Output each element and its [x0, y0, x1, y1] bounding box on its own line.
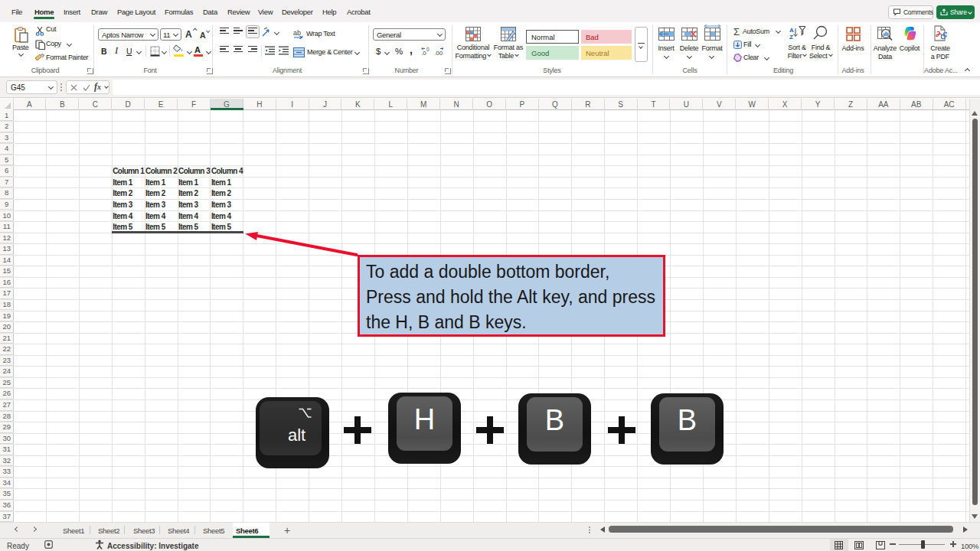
svg-text:ab: ab: [293, 29, 301, 37]
svg-text:0: 0: [426, 47, 430, 52]
svg-text:A: A: [789, 27, 794, 34]
svg-text:Z: Z: [789, 34, 793, 40]
